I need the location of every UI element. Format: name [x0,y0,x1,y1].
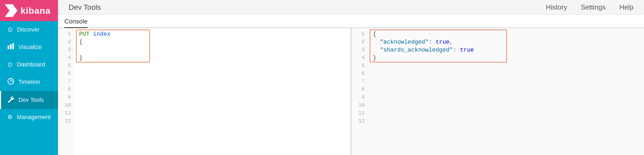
page-title: Dev Tools [69,3,101,12]
sidebar: kibana ⊙ Discover Visualize ⊙ Dashboard [0,0,58,155]
svg-marker-0 [5,4,17,17]
code-line-7 [74,78,350,86]
dashboard-icon: ⊙ [7,61,13,68]
bar-chart-icon [7,43,14,51]
output-line-5 [368,62,644,70]
line-number: 5 [352,61,367,69]
sidebar-item-label: Discover [17,26,40,33]
output-code-area: { "acknowledged": true, "shards_acknowle… [368,28,644,155]
sub-header: Console [58,15,644,28]
settings-button[interactable]: Settings [581,3,606,11]
line-number: 1 [58,30,74,38]
output-line-numbers: 1 2 3 4 5 6 7 8 9 10 11 12 [352,28,368,155]
sidebar-item-timelion[interactable]: Timelion [0,73,58,91]
output-line-8 [368,86,644,94]
compass-icon: ⊙ [7,26,13,33]
code-line-10 [74,102,350,110]
sidebar-item-devtools[interactable]: Dev Tools [0,91,58,109]
output-line-1: { [370,30,506,38]
line-number: 10 [58,101,74,109]
output-line-6 [368,70,644,78]
line-number: 2 [352,38,367,45]
line-number: 7 [352,77,367,85]
editor-container: 1 2 3 4 5 6 7 8 9 10 11 12 [58,28,644,155]
sidebar-item-label: Dev Tools [18,97,44,103]
kibana-logo-icon [5,4,17,17]
code-line-4: } [76,54,149,62]
line-number: 8 [58,85,74,93]
code-line-9 [74,94,350,102]
code-line-5 [74,62,350,70]
code-line-1: PUT index [76,30,149,38]
input-code-area[interactable]: PUT index { } [74,28,350,155]
input-highlight-box: PUT index { } [76,30,150,62]
line-number: 2 [58,38,74,45]
line-number: 3 [58,45,74,53]
timelion-icon [7,78,14,86]
output-panel: 1 2 3 4 5 6 7 8 9 10 11 12 [352,28,644,155]
sidebar-item-label: Visualize [18,44,42,51]
input-line-numbers: 1 2 3 4 5 6 7 8 9 10 11 12 [58,28,74,155]
line-number: 4 [352,53,367,61]
kibana-logo-text: kibana [21,6,51,16]
code-line-11 [74,110,350,118]
line-number: 1 [352,30,367,38]
help-button[interactable]: Help [619,3,633,11]
sidebar-item-dashboard[interactable]: ⊙ Dashboard [0,56,58,73]
sidebar-item-management[interactable]: ⚙ Management [0,109,58,125]
top-actions: History Settings Help [546,3,633,11]
line-number: 9 [58,93,74,101]
gear-icon: ⚙ [7,114,13,121]
sidebar-item-visualize[interactable]: Visualize [0,38,58,56]
sidebar-item-label: Dashboard [17,61,45,68]
logo-area: kibana [0,0,58,21]
output-line-7 [368,78,644,86]
svg-rect-1 [8,45,9,49]
line-number: 11 [58,109,74,117]
line-number: 9 [352,93,367,101]
line-number: 4 [58,53,74,61]
code-line-3 [76,46,149,54]
output-line-2: "acknowledged": true, [370,38,506,46]
sidebar-item-label: Timelion [18,79,40,85]
code-line-2: { [76,38,149,46]
line-number: 7 [58,77,74,85]
output-highlight-box: { "acknowledged": true, "shards_acknowle… [370,30,507,62]
code-line-12 [74,118,350,126]
line-number: 6 [352,69,367,77]
line-number: 5 [58,61,74,69]
console-tab[interactable]: Console [64,18,88,28]
svg-rect-2 [10,44,12,49]
line-number: 12 [58,117,74,125]
code-line-6 [74,70,350,78]
history-button[interactable]: History [546,3,567,11]
svg-rect-3 [12,43,14,49]
sidebar-item-label: Management [17,114,51,121]
wrench-icon [7,96,14,104]
input-panel: 1 2 3 4 5 6 7 8 9 10 11 12 [58,28,350,155]
output-line-4: } [370,54,506,62]
line-number: 10 [352,101,367,109]
line-number: 6 [58,69,74,77]
output-line-3: "shards_acknowledged": true [370,46,506,54]
sidebar-item-discover[interactable]: ⊙ Discover [0,21,58,38]
line-number: 12 [352,117,367,125]
top-bar: Dev Tools History Settings Help [58,0,644,15]
line-number: 11 [352,109,367,117]
line-number: 8 [352,85,367,93]
code-line-8 [74,86,350,94]
line-number: 3 [352,45,367,53]
